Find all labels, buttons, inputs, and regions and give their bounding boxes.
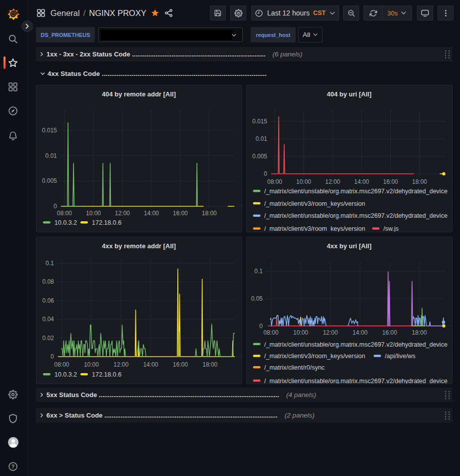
svg-text:4xx by uri [All]: 4xx by uri [All] <box>327 242 372 250</box>
svg-text:?: ? <box>11 464 14 470</box>
svg-text:/_matrix/client/v3/room_keys/v: /_matrix/client/v3/room_keys/version <box>264 225 365 232</box>
svg-text:0.08: 0.08 <box>42 278 54 285</box>
svg-text:/api/live/ws: /api/live/ws <box>385 353 416 360</box>
svg-text:10:00: 10:00 <box>293 329 308 336</box>
svg-text:10:00: 10:00 <box>84 361 99 368</box>
svg-text:12:00: 12:00 <box>325 178 340 185</box>
svg-text:08:00: 08:00 <box>54 361 69 368</box>
svg-text:/_matrix/client/v3/room_keys/v: /_matrix/client/v3/room_keys/version <box>264 200 365 207</box>
svg-text:/_matrix/client/unstable/org.m: /_matrix/client/unstable/org.matrix.msc2… <box>264 212 448 219</box>
svg-text:0.05: 0.05 <box>251 295 263 302</box>
svg-text:18:00: 18:00 <box>202 361 217 368</box>
svg-text:10:00: 10:00 <box>86 210 101 217</box>
svg-text:404 by uri [All]: 404 by uri [All] <box>327 90 372 98</box>
svg-text:0.005: 0.005 <box>252 153 267 160</box>
svg-text:172.18.0.6: 172.18.0.6 <box>92 219 121 226</box>
svg-text:12:00: 12:00 <box>115 210 130 217</box>
svg-text:0: 0 <box>53 203 57 210</box>
svg-text:0.02: 0.02 <box>42 335 54 342</box>
svg-text:08:00: 08:00 <box>264 329 279 336</box>
svg-text:/_matrix/client/r0/sync: /_matrix/client/r0/sync <box>264 364 325 371</box>
svg-text:12:00: 12:00 <box>113 361 128 368</box>
svg-text:0: 0 <box>264 170 267 177</box>
svg-text:0.015: 0.015 <box>42 127 57 134</box>
svg-text:0.1: 0.1 <box>45 260 54 267</box>
svg-text:16:00: 16:00 <box>383 178 398 185</box>
svg-text:0: 0 <box>50 353 54 360</box>
svg-text:0.06: 0.06 <box>42 297 54 304</box>
svg-text:172.18.0.6: 172.18.0.6 <box>92 371 121 378</box>
svg-text:14:00: 14:00 <box>143 361 158 368</box>
svg-text:16:00: 16:00 <box>382 329 397 336</box>
svg-text:0: 0 <box>259 323 263 330</box>
svg-text:0.01: 0.01 <box>45 152 57 159</box>
svg-text:0.005: 0.005 <box>42 177 57 184</box>
svg-text:14:00: 14:00 <box>354 178 369 185</box>
svg-text:0.1: 0.1 <box>254 268 263 275</box>
svg-text:18:00: 18:00 <box>412 329 427 336</box>
svg-text:/_matrix/client/unstable/org.m: /_matrix/client/unstable/org.matrix.msc2… <box>264 188 448 195</box>
svg-text:10.0.3.2: 10.0.3.2 <box>54 371 77 378</box>
svg-text:14:00: 14:00 <box>144 210 159 217</box>
svg-text:/_matrix/client/v3/room_keys/v: /_matrix/client/v3/room_keys/version <box>264 353 365 360</box>
svg-text:14:00: 14:00 <box>353 329 368 336</box>
svg-text:18:00: 18:00 <box>202 210 217 217</box>
svg-text:16:00: 16:00 <box>173 210 188 217</box>
svg-text:404 by remote addr [All]: 404 by remote addr [All] <box>102 90 176 98</box>
svg-text:0.015: 0.015 <box>252 118 267 125</box>
svg-text:0.01: 0.01 <box>256 135 268 142</box>
svg-text:18:00: 18:00 <box>412 178 427 185</box>
svg-text:16:00: 16:00 <box>173 361 188 368</box>
svg-text:/_matrix/client/unstable/org.m: /_matrix/client/unstable/org.matrix.msc2… <box>264 341 448 348</box>
svg-text:/sw.js: /sw.js <box>384 225 399 232</box>
svg-text:4xx by remote addr [All]: 4xx by remote addr [All] <box>102 242 176 250</box>
svg-text:08:00: 08:00 <box>267 178 282 185</box>
svg-text:10.0.3.2: 10.0.3.2 <box>54 219 77 226</box>
svg-text:/_matrix/client/unstable/org.m: /_matrix/client/unstable/org.matrix.msc2… <box>264 378 448 384</box>
svg-text:10:00: 10:00 <box>296 178 311 185</box>
svg-text:08:00: 08:00 <box>57 210 72 217</box>
svg-text:0.04: 0.04 <box>42 316 54 323</box>
svg-text:12:00: 12:00 <box>323 329 338 336</box>
